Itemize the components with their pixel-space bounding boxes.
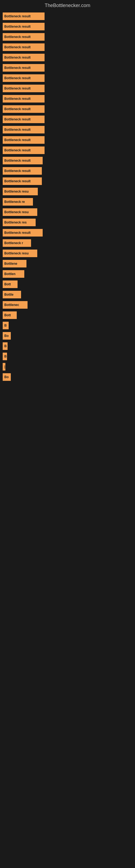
- bar-row: Bottleneck result: [3, 12, 132, 20]
- bar-row: Bottleneck resu: [3, 208, 132, 216]
- bar-row: Bottleneck result: [3, 23, 132, 30]
- bar-item[interactable]: Bottleneck result: [3, 147, 45, 154]
- bar-label: Bo: [4, 334, 9, 338]
- bar-item[interactable]: B: [3, 352, 7, 360]
- bar-label: B: [4, 323, 7, 328]
- bar-label: Bottleneck result: [4, 56, 31, 59]
- bar-label: Bottleneck result: [4, 138, 31, 142]
- bar-label: Bottleneck result: [4, 66, 31, 70]
- bar-row: Bottleneck result: [3, 167, 132, 175]
- bar-item[interactable]: Bottleneck resu: [3, 208, 37, 216]
- bar-label: Bottleneck result: [4, 97, 31, 101]
- bar-item[interactable]: Bottleneck result: [3, 43, 45, 51]
- bar-row: Bottleneck result: [3, 54, 132, 61]
- bar-row: Bottleneck result: [3, 95, 132, 102]
- bar-label: Bottleneck resu: [4, 190, 29, 193]
- bar-item[interactable]: Bottleneck result: [3, 74, 45, 82]
- bar-item[interactable]: Bottleneck r: [3, 239, 31, 247]
- bar-item[interactable]: Bottleneck result: [3, 116, 45, 123]
- bar-item[interactable]: Bottlen: [3, 270, 24, 278]
- bar-item[interactable]: Bo: [3, 373, 11, 381]
- bar-row: Bottleneck result: [3, 116, 132, 123]
- bar-label: Bottleneck result: [4, 87, 31, 90]
- bar-row: Bottleneck result: [3, 147, 132, 154]
- bar-label: Bottleneck result: [4, 45, 31, 49]
- bar-item[interactable]: Bottleneck result: [3, 64, 45, 72]
- bar-label: Bottleneck result: [4, 118, 31, 121]
- bar-item[interactable]: Bottleneck result: [3, 12, 45, 20]
- bar-row: B: [3, 322, 132, 329]
- bar-item[interactable]: Bottleneck result: [3, 105, 45, 113]
- bar-label: B: [4, 354, 7, 358]
- bar-label: Bottleneck result: [4, 159, 31, 162]
- bar-item[interactable]: Bottleneck result: [3, 23, 45, 30]
- bar-item[interactable]: Bottleneck result: [3, 136, 45, 144]
- bar-item[interactable]: |: [3, 363, 5, 371]
- bar-label: Bottleneck result: [4, 76, 31, 80]
- bar-row: Bottle: [3, 291, 132, 299]
- bar-item[interactable]: Bo: [3, 332, 11, 340]
- bar-row: Bottleneck result: [3, 177, 132, 185]
- bar-item[interactable]: Bottleneck resu: [3, 188, 38, 195]
- bar-item[interactable]: Bottleneck res: [3, 219, 36, 226]
- bar-row: Bottleneck resu: [3, 250, 132, 257]
- bar-row: Bottleneck result: [3, 126, 132, 133]
- bar-row: Bottlenec: [3, 301, 132, 309]
- bar-label: Bottleneck result: [4, 14, 31, 18]
- bar-row: Bottleneck result: [3, 136, 132, 144]
- bar-label: Bottleneck result: [4, 148, 31, 152]
- bar-label: Bottleneck resu: [4, 251, 29, 255]
- bar-label: Bottleneck result: [4, 169, 31, 173]
- bar-item[interactable]: Bott: [3, 280, 17, 288]
- bar-label: Bottleneck result: [4, 35, 31, 39]
- bar-item[interactable]: Bottleneck result: [3, 157, 43, 164]
- bar-row: Bo: [3, 332, 132, 340]
- bar-item[interactable]: B: [3, 342, 8, 350]
- bar-label: Bo: [4, 375, 9, 379]
- bar-item[interactable]: Bottleneck re: [3, 198, 33, 206]
- bar-label: Bottleneck result: [4, 25, 31, 29]
- bar-label: B: [4, 344, 7, 348]
- bar-label: Bottleneck result: [4, 179, 31, 183]
- bar-item[interactable]: Bottleneck result: [3, 54, 45, 61]
- bar-row: Bottleneck result: [3, 43, 132, 51]
- bar-label: |: [4, 365, 5, 369]
- bar-row: Bottleneck result: [3, 229, 132, 237]
- bar-item[interactable]: Bottleneck result: [3, 95, 45, 102]
- bar-row: |: [3, 363, 132, 371]
- bar-label: Bottleneck result: [4, 231, 31, 235]
- bar-row: Bott: [3, 311, 132, 319]
- bar-label: Bottleneck res: [4, 220, 27, 224]
- bar-item[interactable]: Bottleneck result: [3, 177, 42, 185]
- bar-item[interactable]: B: [3, 322, 9, 329]
- bars-container: Bottleneck resultBottleneck resultBottle…: [0, 12, 135, 383]
- bar-row: Bottleneck resu: [3, 188, 132, 195]
- bar-item[interactable]: Bottleneck result: [3, 126, 45, 133]
- bar-row: Bottleneck re: [3, 198, 132, 206]
- bar-row: Bott: [3, 280, 132, 288]
- bar-item[interactable]: Bottleneck result: [3, 167, 42, 175]
- bar-row: Bottleneck result: [3, 33, 132, 41]
- bar-row: Bo: [3, 373, 132, 381]
- bar-item[interactable]: Bottle: [3, 291, 21, 299]
- bar-item[interactable]: Bottleneck resu: [3, 250, 37, 257]
- site-title: TheBottlenecker.com: [0, 0, 135, 12]
- bar-item[interactable]: Bottleneck result: [3, 33, 45, 41]
- bar-label: Bottleneck re: [4, 200, 25, 204]
- bar-label: Bottleneck r: [4, 241, 23, 245]
- bar-row: B: [3, 352, 132, 360]
- bar-row: Bottleneck result: [3, 74, 132, 82]
- bar-label: Bottlenec: [4, 303, 19, 307]
- bar-item[interactable]: Bottlene: [3, 260, 27, 268]
- bar-item[interactable]: Bottleneck result: [3, 229, 43, 237]
- bar-row: Bottleneck r: [3, 239, 132, 247]
- bar-label: Bott: [4, 282, 11, 286]
- bar-item[interactable]: Bottlenec: [3, 301, 28, 309]
- bar-item[interactable]: Bottleneck result: [3, 85, 45, 92]
- bar-label: Bottlen: [4, 272, 15, 276]
- bar-row: B: [3, 342, 132, 350]
- bar-row: Bottleneck result: [3, 105, 132, 113]
- bar-row: Bottleneck result: [3, 64, 132, 72]
- bar-label: Bottlene: [4, 262, 17, 266]
- bar-item[interactable]: Bott: [3, 311, 17, 319]
